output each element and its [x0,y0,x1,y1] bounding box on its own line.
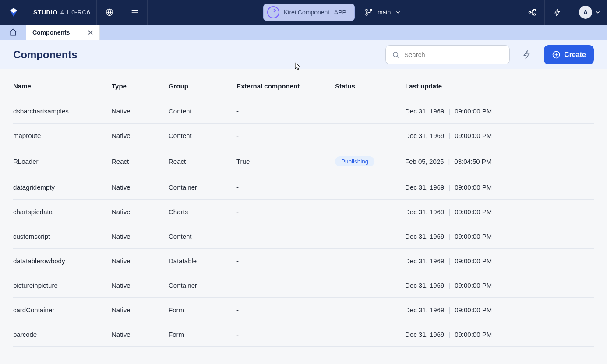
user-menu[interactable]: A [570,0,607,25]
th-status[interactable]: Status [335,77,405,99]
cell-name: cardContainer [13,298,112,322]
tab-close-icon[interactable]: ✕ [88,28,93,37]
cell-status: Publishing [335,148,405,175]
search-box[interactable] [385,45,510,64]
create-label: Create [564,51,586,59]
chevron-down-icon [595,9,601,15]
svg-rect-4 [529,11,530,13]
app-name: STUDIO 4.1.0-RC6 [27,0,97,25]
project-logo-icon [267,6,279,18]
cell-update: Dec 31, 1969|09:00:00 PM [405,224,594,249]
project-pill[interactable]: Kirei Component | APP [263,4,355,21]
page-header: Components Create [0,40,607,69]
cell-type: Native [112,273,169,298]
table-row[interactable]: customscriptNativeContent-Dec 31, 1969|0… [13,224,594,249]
cell-update: Dec 31, 1969|09:00:00 PM [405,273,594,298]
cell-group: Content [169,224,236,249]
cell-group: Charts [169,200,236,224]
cell-external: True [236,148,335,175]
tab-label: Components [32,29,70,36]
cell-group: React [169,148,236,175]
cell-name: RLoader [13,148,112,175]
cell-update: Dec 31, 1969|09:00:00 PM [405,99,594,124]
svg-point-3 [370,9,372,11]
cell-name: customscript [13,224,112,249]
table-row[interactable]: pictureinpictureNativeContainer-Dec 31, … [13,273,594,298]
home-button[interactable] [0,25,26,40]
page-title: Components [13,49,78,61]
cell-status [335,200,405,224]
th-name[interactable]: Name [13,77,112,99]
table-row[interactable]: maprouteNativeContent-Dec 31, 1969|09:00… [13,124,594,148]
quick-action-button[interactable] [519,46,535,63]
bolt-button-top[interactable] [545,0,570,25]
cell-type: Native [112,200,169,224]
cell-group: Container [169,273,236,298]
table-row[interactable]: barcodeNativeForm-Dec 31, 1969|09:00:00 … [13,322,594,347]
cell-update: Dec 31, 1969|09:00:00 PM [405,322,594,347]
cell-update: Dec 31, 1969|09:00:00 PM [405,200,594,224]
cell-update: Dec 31, 1969|09:00:00 PM [405,249,594,273]
topbar-center: Kirei Component | APP main [148,4,519,21]
status-badge: Publishing [335,156,374,166]
cell-group: Form [169,298,236,322]
cell-update: Dec 31, 1969|09:00:00 PM [405,124,594,148]
table-row[interactable]: datagridemptyNativeContainer-Dec 31, 196… [13,175,594,200]
cell-name: pictureinpicture [13,273,112,298]
cell-external: - [236,322,335,347]
table-row[interactable]: datatablerowbodyNativeDatatable-Dec 31, … [13,249,594,273]
cell-external: - [236,175,335,200]
svg-rect-6 [533,14,535,15]
chevron-down-icon [395,9,401,15]
branch-selector[interactable]: main [362,8,404,17]
cell-status [335,99,405,124]
cell-status [335,249,405,273]
table-row[interactable]: chartspiedataNativeCharts-Dec 31, 1969|0… [13,200,594,224]
cell-external: - [236,99,335,124]
th-type[interactable]: Type [112,77,169,99]
cell-external: - [236,200,335,224]
tabstrip: Components ✕ [0,25,607,40]
globe-button[interactable] [97,0,122,25]
cell-update: Dec 31, 1969|09:00:00 PM [405,175,594,200]
create-button[interactable]: Create [544,45,594,64]
app-name-label: STUDIO [33,9,58,16]
cell-external: - [236,249,335,273]
cell-type: Native [112,99,169,124]
branch-label: main [378,9,391,16]
search-input[interactable] [404,51,503,58]
components-table: Name Type Group External component Statu… [13,77,594,347]
search-icon [392,50,400,59]
cell-name: chartspiedata [13,200,112,224]
cell-status [335,175,405,200]
cell-type: Native [112,298,169,322]
table-row[interactable]: cardContainerNativeForm-Dec 31, 1969|09:… [13,298,594,322]
cell-type: Native [112,249,169,273]
cell-external: - [236,273,335,298]
topbar: STUDIO 4.1.0-RC6 Kirei Component | APP m… [0,0,607,25]
table-row[interactable]: dsbarchartsamplesNativeContent-Dec 31, 1… [13,99,594,124]
avatar: A [579,6,592,19]
app-version: 4.1.0-RC6 [60,9,90,16]
tab-components[interactable]: Components ✕ [26,25,100,40]
cell-type: Native [112,175,169,200]
cell-name: datatablerowbody [13,249,112,273]
th-update[interactable]: Last update [405,77,594,99]
cell-group: Content [169,124,236,148]
cell-type: Native [112,224,169,249]
th-group[interactable]: Group [169,77,236,99]
svg-point-1 [366,9,367,11]
cell-name: dsbarchartsamples [13,99,112,124]
svg-point-2 [366,14,367,15]
th-ext[interactable]: External component [236,77,335,99]
table-row[interactable]: RLoaderReactReactTruePublishingFeb 05, 2… [13,148,594,175]
tree-button[interactable] [519,0,545,25]
menu-button[interactable] [122,0,148,25]
cell-status [335,124,405,148]
cell-group: Content [169,99,236,124]
cell-type: React [112,148,169,175]
app-logo[interactable] [0,0,27,25]
cell-status [335,273,405,298]
cell-group: Datatable [169,249,236,273]
cell-name: barcode [13,322,112,347]
